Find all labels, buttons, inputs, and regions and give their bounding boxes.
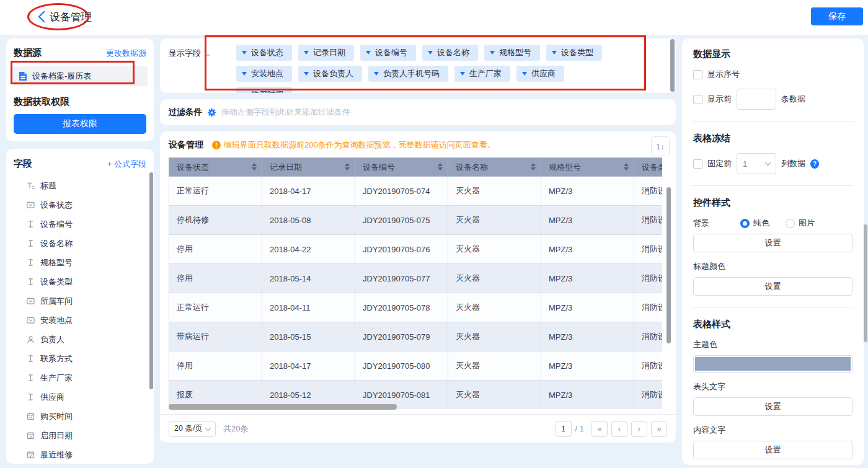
page-title: 设备管理	[50, 10, 92, 27]
column-header[interactable]: 规格型号	[541, 158, 634, 177]
table-cell: MPZ/3	[541, 235, 634, 264]
display-field-chip-list: 设备状态记录日期设备编号设备名称规格型号设备类型安装地点设备负责人负责人手机号码…	[236, 45, 621, 93]
display-field-chip[interactable]: 设备名称	[422, 45, 478, 61]
show-index-checkbox[interactable]	[693, 70, 702, 79]
back-icon[interactable]	[37, 11, 47, 24]
table-cell: 灭火器	[448, 206, 541, 235]
save-button[interactable]: 保存	[811, 7, 863, 25]
fields-scrollbar[interactable]	[149, 172, 153, 389]
show-first-input[interactable]	[737, 89, 776, 110]
content-text-set-button[interactable]: 设置	[693, 441, 852, 459]
freeze-checkbox[interactable]	[693, 159, 702, 169]
sort-icon[interactable]	[624, 163, 629, 170]
bg-set-button[interactable]: 设置	[693, 234, 852, 252]
column-header[interactable]: 设备名称	[448, 158, 541, 177]
chip-label: 设备编号	[375, 47, 407, 58]
chip-label: 安装地点	[251, 68, 283, 79]
chevron-down-icon	[366, 51, 371, 55]
field-item[interactable]: 购买时间	[6, 407, 154, 426]
page-scrollbar[interactable]	[864, 224, 867, 342]
chevron-down-icon	[552, 51, 557, 55]
field-item[interactable]: 最近维修	[6, 445, 154, 464]
chevron-down-icon	[304, 51, 309, 55]
table-horizontal-scrollbar[interactable]	[169, 404, 397, 410]
freeze-count-select[interactable]: 1	[737, 153, 776, 174]
table-cell: 2018-04-22	[262, 235, 355, 264]
sort-icon[interactable]	[531, 163, 536, 170]
sort-icon[interactable]	[345, 163, 350, 170]
bg-image-radio[interactable]	[786, 219, 795, 228]
bg-solid-radio[interactable]	[740, 219, 750, 228]
table-cell: 消防设备	[634, 177, 663, 206]
column-header-label: 设备名称	[456, 162, 488, 172]
datasource-selected-item[interactable]: 设备档案-履历表	[12, 66, 148, 86]
theme-color-swatch[interactable]	[693, 355, 852, 373]
last-page-button[interactable]: »	[651, 421, 667, 437]
table-cell: JDY20190705-077	[355, 264, 448, 293]
column-header[interactable]: 设备类型	[634, 158, 663, 177]
field-item-label: 负责人	[40, 334, 64, 345]
chip-label: 设备状态	[251, 47, 283, 58]
field-item[interactable]: 标题	[6, 176, 154, 195]
field-item[interactable]: 设备状态	[6, 195, 154, 214]
field-item[interactable]: 供应商	[6, 387, 154, 407]
page-number-input[interactable]	[556, 421, 572, 437]
display-field-chip[interactable]: 设备状态	[236, 45, 292, 61]
field-item[interactable]: 联系方式	[6, 349, 154, 368]
field-item[interactable]: 负责人	[6, 330, 154, 349]
display-fields-scrollbar[interactable]	[670, 39, 675, 92]
display-field-chip[interactable]: 生产厂家	[454, 66, 510, 82]
table-cell: 正常运行	[169, 293, 262, 322]
column-header[interactable]: 设备状态	[169, 158, 262, 177]
field-item-label: 联系方式	[40, 353, 73, 364]
add-formula-field-link[interactable]: + 公式字段	[107, 159, 146, 170]
show-first-suffix: 条数据	[781, 94, 805, 105]
field-item[interactable]: 安装地点	[6, 311, 154, 330]
display-field-chip[interactable]: 设备类型	[546, 45, 602, 61]
show-first-checkbox[interactable]	[693, 95, 702, 104]
display-field-chip[interactable]: 记录日期	[298, 45, 354, 61]
table-vertical-scrollbar[interactable]	[666, 187, 671, 343]
field-item[interactable]: 启用日期	[6, 426, 154, 445]
next-page-button[interactable]: ›	[631, 421, 647, 437]
gear-icon[interactable]	[207, 108, 216, 117]
column-header[interactable]: 记录日期	[262, 158, 355, 177]
prev-page-button[interactable]: ‹	[611, 421, 627, 437]
display-field-chip[interactable]: 购买时间	[236, 87, 292, 93]
field-item[interactable]: 设备类型	[6, 272, 154, 291]
display-field-chip[interactable]: 设备负责人	[298, 66, 362, 82]
first-page-button[interactable]: «	[591, 421, 608, 437]
header-text-set-button[interactable]: 设置	[693, 397, 852, 416]
field-item[interactable]: 规格型号	[6, 253, 154, 272]
settings-panel: 数据显示 显示序号 显示前 条数据 表格冻结 固定前 1 列数据 ? 控件样式 …	[682, 38, 864, 465]
sort-order-icon[interactable]: 1↓	[651, 136, 670, 156]
field-item[interactable]: 所属车间	[6, 291, 154, 311]
filter-panel[interactable]: 过滤条件 拖动左侧字段到此处来添加过滤条件	[160, 99, 676, 125]
table-cell: 灭火器	[448, 293, 541, 322]
display-field-chip[interactable]: 负责人手机号码	[368, 66, 448, 82]
display-field-chip[interactable]: 规格型号	[484, 45, 540, 61]
sort-icon[interactable]	[438, 163, 443, 170]
help-icon[interactable]: ?	[810, 159, 819, 169]
title-color-set-button[interactable]: 设置	[693, 277, 852, 296]
preview-table-wrap: 设备状态记录日期设备编号设备名称规格型号设备类型 正常运行2018-04-17J…	[169, 157, 662, 409]
display-field-chip[interactable]: 设备编号	[360, 45, 416, 61]
text-field-icon	[26, 393, 35, 402]
field-item[interactable]: 设备名称	[6, 234, 154, 253]
date-field-icon	[26, 412, 35, 421]
display-field-chip[interactable]: 安装地点	[236, 66, 292, 82]
top-bar: 设备管理 保存	[0, 0, 868, 35]
page-size-select[interactable]: 20 条/页	[169, 421, 216, 437]
field-item[interactable]: 生产厂家	[6, 368, 154, 387]
field-item[interactable]: 设备编号	[6, 214, 154, 234]
table-cell: 灭火器	[448, 177, 541, 206]
chevron-down-icon	[242, 72, 247, 76]
table-cell: MPZ/3	[541, 206, 634, 235]
table-style-title: 表格样式	[693, 319, 852, 330]
change-datasource-link[interactable]: 更改数据源	[106, 48, 146, 59]
sort-icon[interactable]	[252, 163, 257, 170]
display-field-chip[interactable]: 供应商	[516, 66, 564, 82]
report-permission-button[interactable]: 报表权限	[14, 114, 146, 134]
data-permission-title: 数据获取权限	[6, 86, 154, 108]
column-header[interactable]: 设备编号	[355, 158, 448, 177]
